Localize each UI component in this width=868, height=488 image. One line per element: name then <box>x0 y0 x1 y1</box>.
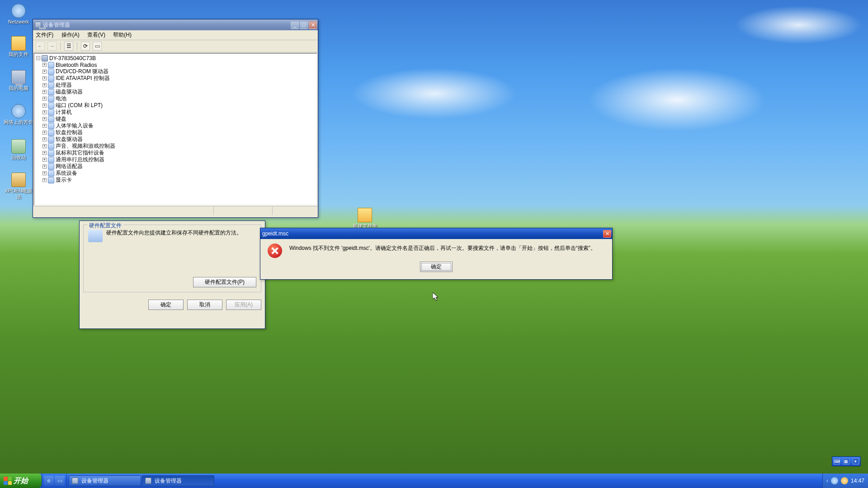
lang-options-icon[interactable]: ▾ <box>853 458 859 465</box>
menu-view[interactable]: 查看(V) <box>87 32 105 38</box>
start-button[interactable]: 开始 <box>0 474 42 488</box>
expand-icon[interactable]: + <box>42 76 47 80</box>
system-tray: ‹ 14:47 <box>822 474 868 488</box>
lang-keyboard-icon[interactable]: ⌨ <box>834 458 840 465</box>
expand-icon[interactable]: + <box>42 63 47 67</box>
taskbar-item-devmgr-2[interactable]: 设备管理器 <box>142 475 214 486</box>
quick-launch-ie[interactable]: e <box>44 476 54 486</box>
desktop-icon-new-folder[interactable]: 新建文件夹 <box>349 208 381 229</box>
minimize-button[interactable]: _ <box>291 21 299 29</box>
tree-node[interactable]: +声音、视频和游戏控制器 <box>36 143 316 150</box>
app-icon <box>145 478 151 484</box>
tree-node[interactable]: +DVD/CD-ROM 驱动器 <box>36 68 316 75</box>
cancel-button[interactable]: 取消 <box>187 300 222 310</box>
tree-node[interactable]: +显示卡 <box>36 177 316 183</box>
maximize-button[interactable]: □ <box>300 21 308 29</box>
expand-icon[interactable]: + <box>42 110 47 114</box>
tree-node[interactable]: +网络适配器 <box>36 163 316 170</box>
expand-icon[interactable]: + <box>42 117 47 121</box>
desktop-icon-xpoen[interactable]: XPOEN电源法 <box>3 173 34 200</box>
desktop-icon-network-neighborhood[interactable]: 网络上的芳邻 <box>3 104 34 125</box>
taskbar-item-devmgr-1[interactable]: 设备管理器 <box>69 475 141 486</box>
tree-node[interactable]: +软盘控制器 <box>36 129 316 136</box>
desktop-icon-label: 回收站 <box>3 155 34 160</box>
close-button[interactable]: ✕ <box>603 230 611 238</box>
tree-node[interactable]: +计算机 <box>36 109 316 116</box>
computer-icon <box>11 70 26 84</box>
desktop-icon-label: 我的文件 <box>3 52 34 57</box>
window-titlebar[interactable]: 设备管理器 _ □ ✕ <box>33 19 318 30</box>
menu-help[interactable]: 帮助(H) <box>113 32 132 38</box>
desktop-icon-mycomputer[interactable]: 我的电脑 <box>3 70 34 91</box>
tree-node[interactable]: +人体学输入设备 <box>36 122 316 129</box>
tree-node[interactable]: +软盘驱动器 <box>36 136 316 143</box>
tree-node[interactable]: +端口 (COM 和 LPT) <box>36 102 316 109</box>
ok-button[interactable]: 确定 <box>420 262 453 272</box>
expand-icon[interactable]: + <box>42 164 47 169</box>
tree-node[interactable]: +处理器 <box>36 82 316 89</box>
desktop-icon-network[interactable]: Netzwerk <box>3 4 34 25</box>
start-label: 开始 <box>14 476 28 486</box>
expand-icon[interactable]: + <box>42 144 47 148</box>
recycle-bin-icon <box>11 139 26 154</box>
tree-node-label: Bluetooth Radios <box>56 62 97 68</box>
separator <box>60 42 61 50</box>
separator <box>77 42 77 50</box>
expand-icon[interactable]: + <box>42 90 47 94</box>
expand-icon[interactable]: + <box>42 83 47 87</box>
device-manager-window[interactable]: 设备管理器 _ □ ✕ 文件(F) 操作(A) 查看(V) 帮助(H) ← → … <box>33 19 318 218</box>
toolbar-properties-button[interactable]: ▭ <box>93 42 102 51</box>
expand-icon[interactable]: + <box>42 97 47 101</box>
hardware-profile-dialog[interactable]: 硬件配置文件 硬件配置文件向您提供建立和保存不同硬件配置的方法。 硬件配置文件(… <box>79 221 265 329</box>
menu-file[interactable]: 文件(F) <box>36 32 53 38</box>
device-category-icon <box>48 136 54 143</box>
ok-button[interactable]: 确定 <box>148 300 184 310</box>
desktop-icon-mydocs[interactable]: 我的文件 <box>3 36 34 57</box>
language-bar[interactable]: ⌨ ▦ ▾ <box>832 456 861 466</box>
quick-launch-desktop[interactable]: ▭ <box>55 476 65 486</box>
hardware-profile-button[interactable]: 硬件配置文件(P) <box>193 277 256 287</box>
menu-action[interactable]: 操作(A) <box>61 32 80 38</box>
tree-node[interactable]: +Bluetooth Radios <box>36 61 316 68</box>
device-category-icon <box>48 157 54 163</box>
lang-ime-icon[interactable]: ▦ <box>843 458 849 465</box>
tray-expand-icon[interactable]: ‹ <box>826 478 828 484</box>
device-tree[interactable]: − DY-37835040C73B +Bluetooth Radios+DVD/… <box>33 53 317 206</box>
expand-icon[interactable]: + <box>42 151 47 155</box>
toolbar-refresh-button[interactable]: ⟳ <box>81 42 90 51</box>
device-category-icon <box>48 177 54 183</box>
window-titlebar[interactable]: gpeidt.msc ✕ <box>260 228 612 239</box>
tree-node[interactable]: +电池 <box>36 95 316 102</box>
tree-node[interactable]: +通用串行总线控制器 <box>36 156 316 163</box>
error-dialog[interactable]: gpeidt.msc ✕ Windows 找不到文件 'gpeidt.msc'。… <box>260 228 613 280</box>
device-category-icon <box>48 130 54 136</box>
desktop-icon-recycle-bin[interactable]: 回收站 <box>3 139 34 160</box>
expand-icon[interactable]: + <box>42 131 47 135</box>
clock[interactable]: 14:47 <box>851 478 864 484</box>
tray-icon[interactable] <box>841 477 848 484</box>
expand-icon[interactable]: + <box>42 178 47 182</box>
tree-node[interactable]: +系统设备 <box>36 170 316 177</box>
tree-node[interactable]: +键盘 <box>36 116 316 122</box>
tree-node[interactable]: +IDE ATA/ATAPI 控制器 <box>36 75 316 82</box>
expand-icon[interactable]: + <box>42 103 47 108</box>
expand-icon[interactable]: + <box>42 124 47 128</box>
collapse-icon[interactable]: − <box>36 56 40 60</box>
apply-button: 应用(A) <box>226 300 261 310</box>
hardware-profile-description: 硬件配置文件向您提供建立和保存不同硬件配置的方法。 <box>106 230 242 242</box>
desktop-icon-label: XPOEN电源法 <box>3 188 34 200</box>
expand-icon[interactable]: + <box>42 137 47 141</box>
toolbar-view-button[interactable]: ☰ <box>64 42 73 51</box>
expand-icon[interactable]: + <box>42 171 47 175</box>
device-category-icon <box>48 62 54 68</box>
tree-node[interactable]: +磁盘驱动器 <box>36 89 316 95</box>
close-button[interactable]: ✕ <box>309 21 317 29</box>
expand-icon[interactable]: + <box>42 70 47 74</box>
tray-icon[interactable] <box>831 477 838 484</box>
expand-icon[interactable]: + <box>42 158 47 162</box>
svg-marker-0 <box>433 292 438 300</box>
window-title: gpeidt.msc <box>262 230 288 237</box>
tree-root[interactable]: − DY-37835040C73B <box>36 55 316 61</box>
desktop-icon-label: Netzwerk <box>3 19 34 25</box>
tree-node[interactable]: +鼠标和其它指针设备 <box>36 150 316 156</box>
